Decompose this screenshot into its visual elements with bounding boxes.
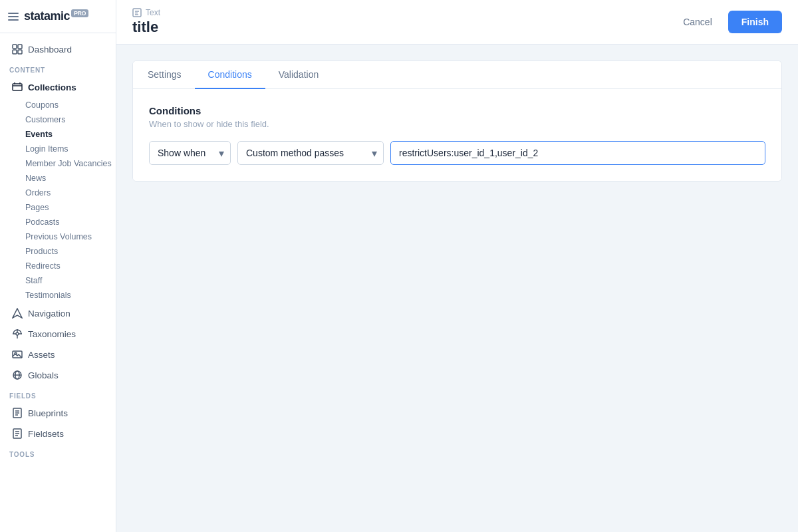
sidebar-sub-item-redirects[interactable]: Redirects bbox=[25, 259, 116, 273]
show-when-select[interactable]: Show when Hide when bbox=[149, 141, 231, 165]
sidebar-label-collections: Collections bbox=[28, 82, 76, 92]
tabs: Settings Conditions Validation bbox=[133, 61, 781, 89]
conditions-description: When to show or hide this field. bbox=[149, 119, 765, 129]
sidebar-sub-item-staff[interactable]: Staff bbox=[25, 273, 116, 288]
svg-rect-4 bbox=[13, 84, 22, 90]
sidebar-section-fields: FIELDS bbox=[0, 386, 116, 402]
show-when-select-wrapper: Show when Hide when ▾ bbox=[149, 141, 231, 165]
sidebar-section-tools: TOOLS bbox=[0, 444, 116, 461]
tab-conditions[interactable]: Conditions bbox=[195, 61, 265, 89]
blueprints-icon bbox=[12, 408, 23, 418]
sidebar: statamicPRO Dashboard CONTENT Collection… bbox=[0, 0, 116, 532]
sidebar-label-navigation: Navigation bbox=[28, 309, 70, 319]
tab-validation[interactable]: Validation bbox=[265, 61, 332, 89]
content-area: Settings Conditions Validation Condition… bbox=[116, 45, 798, 532]
sidebar-nav: Dashboard CONTENT Collections Coupons Cu… bbox=[0, 33, 116, 532]
sidebar-item-navigation[interactable]: Navigation bbox=[3, 303, 113, 323]
sidebar-sub-item-login-items[interactable]: Login Items bbox=[25, 142, 116, 156]
sidebar-item-dashboard[interactable]: Dashboard bbox=[3, 39, 113, 59]
globals-icon bbox=[12, 370, 23, 380]
conditions-row: Show when Hide when ▾ Custom method pass… bbox=[149, 141, 765, 165]
sidebar-sub-item-previous-volumes[interactable]: Previous Volumes bbox=[25, 229, 116, 244]
field-title: title bbox=[132, 19, 160, 36]
svg-point-9 bbox=[16, 332, 19, 335]
assets-icon bbox=[12, 349, 23, 360]
sidebar-sub-item-products[interactable]: Products bbox=[25, 244, 116, 259]
sidebar-sub-collections: Coupons Customers Events Login Items Mem… bbox=[0, 98, 116, 303]
sidebar-label-fieldsets: Fieldsets bbox=[28, 429, 64, 439]
sidebar-sub-item-events[interactable]: Events bbox=[25, 127, 116, 142]
method-select-wrapper: Custom method passes All conditions pass… bbox=[237, 141, 384, 165]
topbar-left: Text title bbox=[132, 8, 160, 36]
svg-rect-2 bbox=[13, 50, 17, 54]
collections-icon bbox=[12, 82, 23, 92]
sidebar-section-content: CONTENT bbox=[0, 60, 116, 76]
app-name: statamic bbox=[24, 9, 70, 23]
sidebar-item-globals[interactable]: Globals bbox=[3, 365, 113, 385]
text-field-icon bbox=[132, 8, 142, 17]
dashboard-icon bbox=[12, 44, 23, 55]
svg-marker-8 bbox=[13, 309, 22, 318]
svg-rect-0 bbox=[13, 45, 17, 49]
app-logo: statamicPRO bbox=[24, 9, 88, 23]
sidebar-item-taxonomies[interactable]: Taxonomies bbox=[3, 324, 113, 344]
tab-settings[interactable]: Settings bbox=[134, 61, 195, 89]
sidebar-header: statamicPRO bbox=[0, 0, 116, 33]
sidebar-label-dashboard: Dashboard bbox=[28, 45, 72, 55]
conditions-panel: Conditions When to show or hide this fie… bbox=[133, 89, 781, 181]
sidebar-item-blueprints[interactable]: Blueprints bbox=[3, 403, 113, 423]
conditions-title: Conditions bbox=[149, 105, 765, 116]
topbar: Text title Cancel Finish bbox=[116, 0, 798, 45]
svg-rect-3 bbox=[18, 50, 22, 54]
cancel-button[interactable]: Cancel bbox=[675, 11, 720, 33]
sidebar-sub-item-news[interactable]: News bbox=[25, 171, 116, 186]
sidebar-sub-item-customers[interactable]: Customers bbox=[25, 112, 116, 127]
taxonomies-icon bbox=[12, 329, 23, 339]
navigation-icon bbox=[12, 308, 23, 319]
svg-rect-1 bbox=[18, 45, 22, 49]
fieldsets-icon bbox=[12, 428, 23, 439]
topbar-actions: Cancel Finish bbox=[675, 11, 782, 33]
hamburger-icon[interactable] bbox=[8, 13, 19, 21]
sidebar-item-fieldsets[interactable]: Fieldsets bbox=[3, 424, 113, 444]
sidebar-sub-item-pages[interactable]: Pages bbox=[25, 200, 116, 215]
sidebar-item-assets[interactable]: Assets bbox=[3, 344, 113, 364]
field-type-label: Text bbox=[132, 8, 160, 17]
condition-input[interactable] bbox=[390, 141, 765, 165]
main-content: Text title Cancel Finish Settings Condit… bbox=[116, 0, 798, 532]
sidebar-label-globals: Globals bbox=[28, 370, 59, 380]
app-pro-badge: PRO bbox=[71, 9, 88, 17]
sidebar-label-assets: Assets bbox=[28, 350, 55, 360]
sidebar-item-collections[interactable]: Collections bbox=[3, 77, 113, 97]
method-select[interactable]: Custom method passes All conditions pass… bbox=[237, 141, 384, 165]
sidebar-sub-item-member-job-vacancies[interactable]: Member Job Vacancies bbox=[25, 156, 116, 171]
sidebar-sub-item-orders[interactable]: Orders bbox=[25, 186, 116, 200]
sidebar-label-blueprints: Blueprints bbox=[28, 408, 68, 418]
sidebar-sub-item-testimonials[interactable]: Testimonials bbox=[25, 288, 116, 303]
finish-button[interactable]: Finish bbox=[728, 11, 782, 33]
sidebar-sub-item-podcasts[interactable]: Podcasts bbox=[25, 215, 116, 229]
sidebar-sub-item-coupons[interactable]: Coupons bbox=[25, 98, 116, 112]
sidebar-label-taxonomies: Taxonomies bbox=[28, 329, 76, 339]
